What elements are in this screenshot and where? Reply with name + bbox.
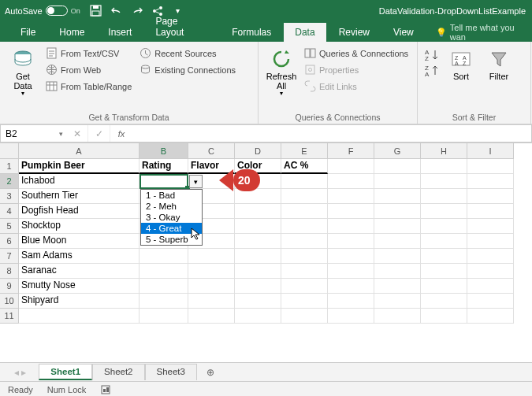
- dropdown-option[interactable]: 3 - Okay: [141, 212, 202, 223]
- cell-F11[interactable]: [328, 309, 374, 324]
- select-all-corner[interactable]: [0, 143, 19, 159]
- get-data-button[interactable]: Get Data ▾: [6, 45, 39, 98]
- tab-view[interactable]: View: [382, 23, 425, 42]
- cell-F9[interactable]: [328, 279, 374, 294]
- cell-H7[interactable]: [421, 249, 467, 264]
- cell-E6[interactable]: [281, 234, 328, 249]
- cell-E4[interactable]: [281, 204, 328, 219]
- column-header-D[interactable]: D: [235, 143, 281, 159]
- cell-F10[interactable]: [328, 294, 374, 309]
- cell-E8[interactable]: [281, 264, 328, 279]
- cell-B10[interactable]: [140, 294, 188, 309]
- cell-E3[interactable]: [281, 189, 328, 204]
- cell-H5[interactable]: [421, 219, 467, 234]
- cell-D7[interactable]: [235, 249, 281, 264]
- from-table-button[interactable]: From Table/Range: [44, 80, 133, 93]
- formula-input[interactable]: [132, 124, 532, 142]
- fx-icon[interactable]: fx: [110, 125, 132, 142]
- cell-F8[interactable]: [328, 264, 374, 279]
- cell-D5[interactable]: [235, 219, 281, 234]
- cell-A8[interactable]: Saranac: [19, 264, 140, 279]
- save-icon[interactable]: [90, 5, 102, 17]
- cell-I4[interactable]: [467, 204, 514, 219]
- cell-F4[interactable]: [328, 204, 374, 219]
- name-box[interactable]: B2: [0, 124, 66, 142]
- cell-F7[interactable]: [328, 249, 374, 264]
- cell-D9[interactable]: [235, 279, 281, 294]
- active-cell[interactable]: [140, 174, 188, 189]
- cell-G6[interactable]: [374, 234, 421, 249]
- cell-A5[interactable]: Shocktop: [19, 219, 140, 234]
- cell-H1[interactable]: [421, 159, 467, 174]
- cell-I7[interactable]: [467, 249, 514, 264]
- cell-H6[interactable]: [421, 234, 467, 249]
- cell-B8[interactable]: [140, 264, 188, 279]
- row-header-9[interactable]: 9: [0, 279, 19, 294]
- row-header-6[interactable]: 6: [0, 234, 19, 249]
- enter-icon[interactable]: ✓: [88, 125, 110, 142]
- cell-D11[interactable]: [235, 309, 281, 324]
- tab-data[interactable]: Data: [284, 23, 326, 42]
- cell-I11[interactable]: [467, 309, 514, 324]
- cell-C9[interactable]: [188, 279, 235, 294]
- refresh-all-button[interactable]: Refresh All ▾: [265, 45, 298, 98]
- row-header-5[interactable]: 5: [0, 219, 19, 234]
- cell-G9[interactable]: [374, 279, 421, 294]
- cell-D4[interactable]: [235, 204, 281, 219]
- cell-G4[interactable]: [374, 204, 421, 219]
- cell-G11[interactable]: [374, 309, 421, 324]
- cell-I5[interactable]: [467, 219, 514, 234]
- cell-I2[interactable]: [467, 174, 514, 189]
- cell-E5[interactable]: [281, 219, 328, 234]
- sort-desc-icon[interactable]: ZA: [424, 64, 440, 78]
- column-header-A[interactable]: A: [19, 143, 140, 159]
- dropdown-option[interactable]: 2 - Meh: [141, 201, 202, 212]
- row-header-1[interactable]: 1: [0, 159, 19, 174]
- cell-C8[interactable]: [188, 264, 235, 279]
- sheet-tab-sheet3[interactable]: Sheet3: [145, 364, 197, 380]
- cell-A11[interactable]: [19, 309, 140, 324]
- tab-file[interactable]: File: [9, 23, 47, 42]
- cell-H8[interactable]: [421, 264, 467, 279]
- cell-E7[interactable]: [281, 249, 328, 264]
- filter-button[interactable]: Filter: [482, 45, 515, 81]
- cell-A4[interactable]: Dogfish Head: [19, 204, 140, 219]
- tab-insert[interactable]: Insert: [97, 23, 143, 42]
- cell-B11[interactable]: [140, 309, 188, 324]
- existing-connections-button[interactable]: Existing Connections: [138, 63, 237, 76]
- cell-D6[interactable]: [235, 234, 281, 249]
- tab-review[interactable]: Review: [328, 23, 381, 42]
- cell-F1[interactable]: [328, 159, 374, 174]
- record-macro-icon[interactable]: [100, 384, 111, 395]
- column-header-B[interactable]: B: [140, 143, 188, 159]
- from-web-button[interactable]: From Web: [44, 63, 133, 76]
- cell-D10[interactable]: [235, 294, 281, 309]
- cell-G2[interactable]: [374, 174, 421, 189]
- cell-G10[interactable]: [374, 294, 421, 309]
- cell-E2[interactable]: [281, 174, 328, 189]
- cell-H2[interactable]: [421, 174, 467, 189]
- cell-E9[interactable]: [281, 279, 328, 294]
- from-text-csv-button[interactable]: From Text/CSV: [44, 46, 133, 60]
- sheet-tab-sheet2[interactable]: Sheet2: [92, 364, 144, 380]
- toggle-switch[interactable]: [46, 6, 68, 16]
- cell-A3[interactable]: Southern Tier: [19, 189, 140, 204]
- tab-pagelayout[interactable]: Page Layout: [144, 12, 219, 42]
- row-header-7[interactable]: 7: [0, 249, 19, 264]
- cancel-icon[interactable]: ✕: [66, 125, 88, 142]
- cell-G3[interactable]: [374, 189, 421, 204]
- cell-H9[interactable]: [421, 279, 467, 294]
- sheet-tab-sheet1[interactable]: Sheet1: [39, 364, 92, 380]
- column-header-C[interactable]: C: [188, 143, 235, 159]
- sort-button[interactable]: ZAAZ Sort: [445, 45, 478, 81]
- data-validation-dropdown-button[interactable]: ▾: [189, 175, 203, 188]
- cell-A7[interactable]: Sam Adams: [19, 249, 140, 264]
- cell-F5[interactable]: [328, 219, 374, 234]
- cell-H11[interactable]: [421, 309, 467, 324]
- row-header-11[interactable]: 11: [0, 309, 19, 324]
- cell-I1[interactable]: [467, 159, 514, 174]
- row-header-8[interactable]: 8: [0, 264, 19, 279]
- cell-I9[interactable]: [467, 279, 514, 294]
- tell-me-search[interactable]: 💡 Tell me what you wan: [436, 23, 532, 42]
- row-header-3[interactable]: 3: [0, 189, 19, 204]
